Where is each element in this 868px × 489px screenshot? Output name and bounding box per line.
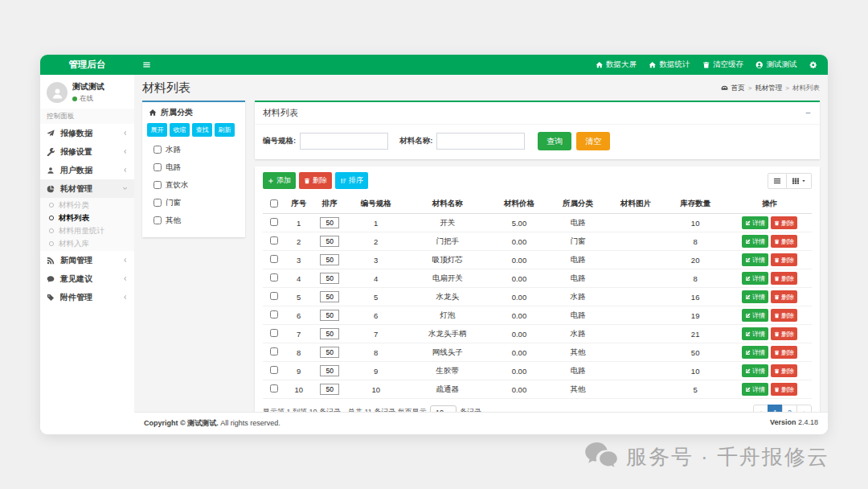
row-delete-button[interactable]: 删除 [771,216,797,229]
sort-order-input[interactable] [320,217,339,228]
dashboard-icon [721,84,728,92]
detail-button[interactable]: 详情 [742,327,768,340]
column-header[interactable]: 材料名称 [404,195,490,214]
detail-button[interactable]: 详情 [742,383,768,396]
row-checkbox[interactable] [270,273,278,281]
sort-order-input[interactable] [320,273,339,284]
sidebar-item-repair-settings[interactable]: 报修设置 [40,142,134,161]
row-checkbox[interactable] [270,366,278,374]
material-name-input[interactable] [436,133,525,150]
columns-button[interactable] [787,173,812,189]
sort-order-input[interactable] [320,310,339,321]
category-find-button[interactable]: 查找 [192,123,212,137]
detail-button[interactable]: 详情 [742,364,768,377]
sidebar-item-attachment-management[interactable]: 附件管理 [40,288,134,306]
data-stats-link[interactable]: 数据统计 [649,60,690,70]
column-header[interactable]: 库存数量 [664,195,727,214]
column-header[interactable]: 编号规格 [347,195,404,214]
sort-order-input[interactable] [320,328,339,339]
add-button[interactable]: 添加 [263,172,296,189]
row-delete-button[interactable]: 删除 [771,290,797,303]
sort-button[interactable]: 排序 [335,172,368,189]
select-all-checkbox[interactable] [270,199,278,208]
detail-button[interactable]: 详情 [742,272,768,285]
row-checkbox[interactable] [270,255,278,263]
hamburger-menu-icon[interactable] [142,60,151,69]
row-delete-button[interactable]: 删除 [771,272,797,285]
cell-actions: 详情删除 [727,288,812,306]
row-delete-button[interactable]: 删除 [771,346,797,359]
category-checkbox[interactable] [154,181,162,189]
category-checkbox[interactable] [154,163,162,171]
sidebar-item-feedback[interactable]: 意见建议 [40,269,134,288]
sort-order-input[interactable] [320,365,339,376]
column-header[interactable]: 排序 [312,195,347,214]
code-spec-input[interactable] [300,133,388,150]
column-header[interactable]: 材料价格 [490,195,547,214]
detail-button[interactable]: 详情 [742,346,768,359]
sort-order-input[interactable] [320,254,339,265]
sort-order-input[interactable] [320,384,339,395]
collapse-icon[interactable] [805,109,812,117]
navbar-links: 数据大屏数据统计清空缓存测试测试 [596,60,829,70]
sidebar-subitem-material-category[interactable]: 材料分类 [40,199,134,212]
row-delete-button-label: 删除 [781,293,794,302]
column-header[interactable]: 操作 [727,195,812,214]
clear-button[interactable]: 清空 [576,132,610,150]
row-delete-button[interactable]: 删除 [771,253,797,266]
sidebar-item-material-management[interactable]: 耗材管理 [40,179,134,198]
cell-category: 电路 [547,306,608,325]
row-checkbox[interactable] [270,236,278,244]
category-collapse-button[interactable]: 收缩 [170,123,190,137]
data-screen-link[interactable]: 数据大屏 [596,60,637,70]
sidebar-item-label: 附件管理 [60,292,92,303]
row-checkbox[interactable] [270,384,278,392]
breadcrumb-parent[interactable]: 耗材管理 [755,84,782,93]
category-checkbox[interactable] [154,146,162,154]
view-toggle-group [768,173,812,189]
detail-button[interactable]: 详情 [742,253,768,266]
detail-button[interactable]: 详情 [742,235,768,248]
row-checkbox[interactable] [270,329,278,337]
row-delete-button[interactable]: 删除 [771,383,797,396]
row-delete-button[interactable]: 删除 [771,364,797,377]
query-button[interactable]: 查询 [538,132,571,150]
sort-order-input[interactable] [320,347,339,358]
category-expand-button[interactable]: 展开 [147,123,167,137]
user-menu[interactable]: 测试测试 [755,60,797,70]
category-refresh-button[interactable]: 刷新 [215,123,235,137]
sort-order-input[interactable] [320,291,339,302]
sidebar-item-repair-data[interactable]: 报修数据 [40,124,134,142]
detail-button[interactable]: 详情 [742,309,768,322]
sidebar-subitem-material-list[interactable]: 材料列表 [40,212,134,224]
circle-icon [48,240,55,247]
column-header[interactable]: 序号 [285,195,312,214]
row-checkbox[interactable] [270,310,278,318]
delete-button[interactable]: 删除 [299,172,332,189]
row-delete-button[interactable]: 删除 [771,309,797,322]
table-row: 77水龙头手柄0.00水路21详情删除 [263,325,812,343]
toggle-view-button[interactable] [768,173,787,189]
settings-link[interactable] [809,61,817,69]
footer-version-label: Version [770,418,796,426]
column-header[interactable]: 所属分类 [547,195,608,214]
sidebar-subitem-material-usage-stats[interactable]: 材料用量统计 [40,224,134,237]
category-checkbox[interactable] [154,216,162,224]
breadcrumb-home[interactable]: 首页 [731,84,745,93]
row-checkbox[interactable] [270,218,278,226]
sidebar-subitem-material-inbound[interactable]: 材料入库 [40,237,134,250]
row-checkbox[interactable] [270,347,278,355]
clear-cache-link[interactable]: 清空缓存 [702,60,744,70]
row-delete-button[interactable]: 删除 [771,327,797,340]
sort-order-input[interactable] [320,236,339,247]
row-checkbox[interactable] [270,292,278,300]
category-checkbox[interactable] [154,199,162,207]
cell-image [608,214,664,232]
column-header[interactable]: 材料图片 [608,195,664,214]
detail-button[interactable]: 详情 [742,216,768,229]
cell-code: 10 [347,380,404,399]
row-delete-button[interactable]: 删除 [771,235,797,248]
detail-button[interactable]: 详情 [742,290,768,303]
sidebar-item-news-management[interactable]: 新闻管理 [40,251,134,269]
sidebar-item-user-data[interactable]: 用户数据 [40,161,134,179]
